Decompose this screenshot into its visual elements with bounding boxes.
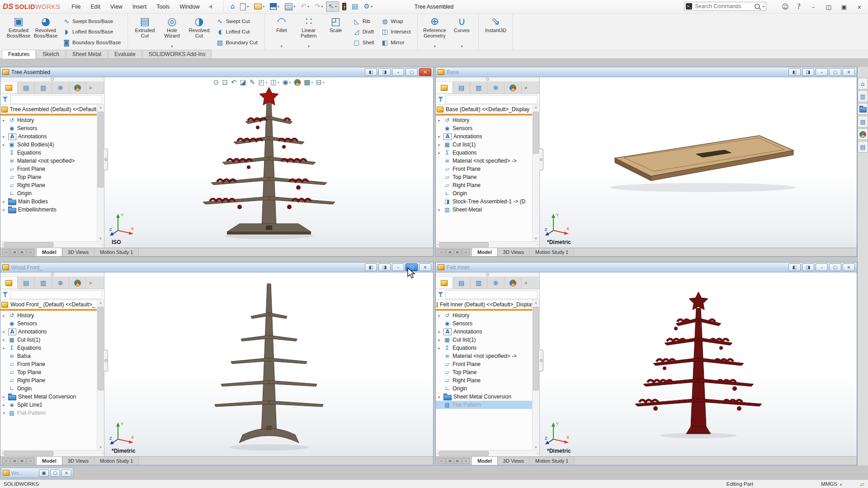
- tree-item-history[interactable]: ▸↺History: [0, 311, 97, 319]
- boundary-cut-button[interactable]: ▨Boundary Cut: [215, 39, 258, 46]
- feature-filter-input[interactable]: [10, 95, 102, 104]
- propertymanager-tab[interactable]: ▤: [18, 277, 35, 289]
- displaymanager-tab[interactable]: [505, 82, 522, 94]
- scroll-thumb[interactable]: [533, 307, 539, 390]
- tree-item-history[interactable]: ▸↺History: [436, 116, 533, 124]
- tree-item-equations[interactable]: ▸ΣEquations: [0, 344, 97, 352]
- search-icon[interactable]: [755, 4, 760, 9]
- window-pane-left-button[interactable]: ◧: [788, 263, 801, 271]
- tree-vertical-scrollbar[interactable]: ∧∨: [532, 105, 539, 241]
- custom-properties-button[interactable]: ▤: [858, 141, 868, 153]
- dropdown-arrow-icon[interactable]: ▾: [171, 44, 173, 48]
- panel-splitter[interactable]: [0, 272, 104, 277]
- tree-item-main-bodies[interactable]: ▸Main Bodies: [0, 197, 97, 206]
- expand-panel-chevron[interactable]: >: [522, 277, 530, 289]
- panel-collapse-handle[interactable]: [539, 149, 543, 170]
- tree-item-annotations[interactable]: ▸AAnnotations: [436, 328, 533, 336]
- scroll-right-icon[interactable]: ›: [537, 243, 538, 247]
- tree-item-cut-list-1[interactable]: ▸▦Cut list(1): [436, 336, 533, 344]
- tree-item-equations[interactable]: ΣEquations: [0, 149, 97, 157]
- expand-arrow-icon[interactable]: ▸: [1, 143, 6, 147]
- scroll-thumb[interactable]: [4, 451, 53, 456]
- miniwin-restore-button[interactable]: ▣: [39, 469, 49, 477]
- tree-horizontal-scrollbar[interactable]: ‹›: [0, 450, 104, 456]
- draft-button[interactable]: ◿Draft: [352, 28, 375, 35]
- open-button[interactable]: ▾: [252, 2, 267, 11]
- tree-item-annotations[interactable]: ▸AAnnotations: [0, 328, 97, 336]
- featuremanager-tree-tab[interactable]: [0, 82, 18, 94]
- tree-item-sensors[interactable]: ◉Sensors: [0, 319, 97, 328]
- tree-vertical-scrollbar[interactable]: ∧∨: [97, 300, 104, 450]
- expand-arrow-icon[interactable]: ▸: [1, 346, 6, 350]
- window-close-button[interactable]: ×: [419, 263, 431, 271]
- window-titlebar[interactable]: Tree Assembled◧◨–▢×: [0, 67, 433, 77]
- panel-splitter[interactable]: [436, 272, 539, 277]
- tree-item-origin[interactable]: ∟Origin: [436, 189, 533, 197]
- tree-item-stock-tree-assembled-1-d[interactable]: ◨Stock-Tree Assembled-1 -> (D: [436, 197, 533, 206]
- scroll-left-icon[interactable]: ‹: [1, 243, 3, 247]
- scroll-up-icon[interactable]: ∧: [535, 105, 538, 111]
- menu-window[interactable]: Window: [175, 4, 204, 10]
- displaymanager-tab[interactable]: [505, 277, 522, 289]
- graphics-viewport[interactable]: Y X Z *Dimetric: [540, 77, 857, 248]
- expand-arrow-icon[interactable]: ▸: [1, 208, 6, 212]
- scroll-up-icon[interactable]: ∧: [535, 300, 538, 306]
- design-library-button[interactable]: ▥: [858, 90, 868, 102]
- tree-root-item[interactable]: Felt Inner (Default) <<Default>_Display: [436, 300, 533, 309]
- doc-tab-motion-study-1[interactable]: Motion Study 1: [530, 457, 574, 465]
- feature-filter-input[interactable]: [445, 290, 538, 299]
- app-minimize-button[interactable]: –: [807, 1, 820, 13]
- window-pane-right-button[interactable]: ◨: [802, 263, 814, 271]
- propertymanager-tab[interactable]: ▤: [453, 277, 470, 289]
- expand-arrow-icon[interactable]: ▸: [1, 135, 6, 139]
- tree-item-front-plane[interactable]: ▱Front Plane: [436, 360, 533, 368]
- expand-arrow-icon[interactable]: ▸: [437, 346, 442, 350]
- configurationmanager-tab[interactable]: ▥: [470, 277, 487, 289]
- expand-arrow-icon[interactable]: ▸: [437, 208, 442, 212]
- doc-nav-3[interactable]: »: [27, 458, 34, 464]
- rebuild-button[interactable]: [340, 1, 349, 12]
- app-restore-button[interactable]: ▣: [837, 1, 851, 13]
- units-selector[interactable]: MMGS ▴: [821, 481, 842, 487]
- doc-tab-3d-views[interactable]: 3D Views: [498, 248, 530, 256]
- menu-edit[interactable]: Edit: [85, 4, 105, 10]
- window-pane-right-button[interactable]: ◨: [802, 68, 814, 76]
- print-button[interactable]: ▾: [283, 1, 297, 12]
- dropdown-arrow-icon[interactable]: ▾: [281, 44, 283, 48]
- scroll-left-icon[interactable]: ‹: [1, 451, 3, 455]
- tree-item-sheet-metal-conversion[interactable]: ▸Sheet Metal Conversion: [0, 393, 97, 401]
- doc-nav-0[interactable]: «: [2, 458, 10, 464]
- doc-tab-3d-views[interactable]: 3D Views: [62, 457, 94, 465]
- tree-item-sheet-metal-conversion[interactable]: ▸Sheet Metal Conversion: [436, 393, 533, 401]
- window-close-button[interactable]: ×: [843, 263, 855, 271]
- window-titlebar[interactable]: Base◧◨–▢×: [436, 67, 857, 77]
- tab-features[interactable]: Features: [2, 50, 36, 59]
- scroll-thumb[interactable]: [98, 112, 104, 188]
- open-dropdown-icon[interactable]: ▾: [263, 5, 264, 9]
- doc-nav-1[interactable]: ◀: [10, 458, 18, 464]
- panel-splitter[interactable]: [436, 77, 539, 82]
- expand-panel-chevron[interactable]: >: [86, 82, 94, 94]
- tree-root-item[interactable]: Wood Front_ (Default) <<Default>_: [0, 300, 97, 309]
- instant3d-button[interactable]: ⇘Instant3D: [482, 15, 509, 49]
- doc-nav-2[interactable]: ▶: [19, 458, 26, 464]
- feature-filter-input[interactable]: [445, 95, 538, 104]
- scale-button[interactable]: ◰Scale: [322, 15, 349, 49]
- scroll-down-icon[interactable]: ∨: [535, 235, 538, 241]
- expand-arrow-icon[interactable]: ▸: [1, 200, 6, 204]
- tree-item-material-not-specified[interactable]: ≡Material <not specified> ->: [436, 157, 533, 165]
- doc-nav-3[interactable]: »: [462, 458, 470, 464]
- expand-arrow-icon[interactable]: ▸: [437, 338, 442, 342]
- tree-item-front-plane[interactable]: ▱Front Plane: [436, 165, 533, 173]
- shell-button[interactable]: ▢Shell: [352, 39, 375, 46]
- tree-item-flat-pattern[interactable]: ▧Flat-Pattern: [436, 401, 533, 409]
- tree-item-top-plane[interactable]: ▱Top Plane: [436, 368, 533, 376]
- tree-item-material-not-specified[interactable]: ≡Material <not specified> ->: [436, 352, 533, 360]
- tree-item-top-plane[interactable]: ▱Top Plane: [0, 173, 97, 181]
- window-close-button[interactable]: ×: [419, 68, 431, 76]
- featuremanager-tree-tab[interactable]: [436, 277, 453, 289]
- tab-solidworks-add-ins[interactable]: SOLIDWORKS Add-Ins: [142, 50, 212, 58]
- menu-insert[interactable]: Insert: [127, 4, 151, 10]
- window-titlebar[interactable]: Wood Front_◧◨–▢×: [0, 263, 433, 272]
- scroll-left-icon[interactable]: ‹: [437, 451, 438, 455]
